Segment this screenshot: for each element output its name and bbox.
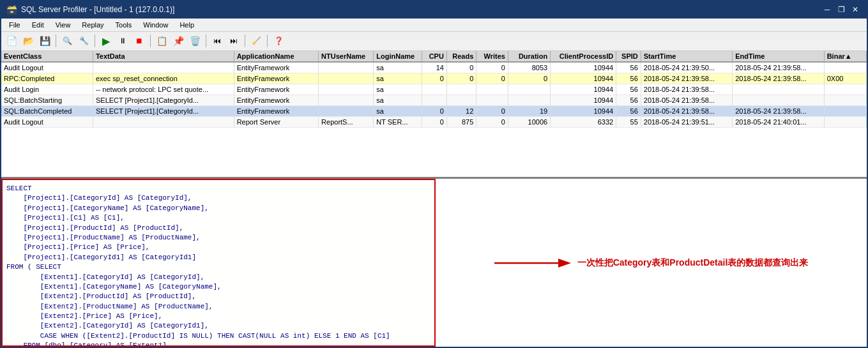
col-header-clientpid[interactable]: ClientProcessID: [551, 51, 616, 62]
table-cell: 2018-05-24 21:39:58...: [641, 95, 732, 106]
sql-text-pane[interactable]: SELECT [Project1].[CategoryId] AS [Categ…: [1, 179, 436, 347]
arrow-icon: [494, 253, 571, 273]
menu-replay[interactable]: Replay: [77, 20, 109, 30]
separator-3: [150, 34, 151, 47]
annotation-text: 一次性把Category表和ProductDetail表的数据都查询出来: [577, 257, 809, 269]
delete-button[interactable]: 🗑️: [187, 33, 202, 49]
save-button[interactable]: 💾: [37, 33, 52, 49]
table-row[interactable]: SQL:BatchCompletedSELECT [Project1].[Cat…: [1, 106, 867, 117]
table-cell: [824, 95, 866, 106]
stop-button[interactable]: ⏹: [132, 33, 147, 49]
menu-bar: File Edit View Replay Tools Window Help: [1, 19, 867, 32]
close-button[interactable]: ✕: [849, 4, 862, 15]
table-cell: ReportS...: [319, 117, 374, 128]
table-cell: Audit Logout: [1, 62, 93, 73]
table-cell: SQL:BatchCompleted: [1, 106, 93, 117]
title-bar-controls[interactable]: ─ ❐ ✕: [821, 4, 862, 15]
col-header-starttime[interactable]: StartTime: [641, 51, 732, 62]
menu-edit[interactable]: Edit: [27, 20, 49, 30]
table-cell: EntityFramework: [234, 73, 318, 84]
table-cell: EntityFramework: [234, 106, 318, 117]
table-cell: [319, 84, 374, 95]
table-cell: 55: [616, 117, 641, 128]
table-cell: [824, 84, 866, 95]
table-cell: 0: [476, 117, 508, 128]
table-cell: [446, 84, 476, 95]
col-header-reads[interactable]: Reads: [446, 51, 476, 62]
trace-table-container[interactable]: EventClass TextData ApplicationName NTUs…: [1, 51, 867, 179]
table-cell: [93, 117, 234, 128]
table-row[interactable]: SQL:BatchStartingSELECT [Project1].[Cate…: [1, 95, 867, 106]
table-cell: exec sp_reset_connection: [93, 73, 234, 84]
table-cell: [824, 62, 866, 73]
table-cell: [476, 84, 508, 95]
separator-4: [206, 34, 206, 47]
next-button[interactable]: ⏭: [226, 33, 241, 49]
annotation-area: 一次性把Category表和ProductDetail表的数据都查询出来: [436, 179, 867, 347]
col-header-eventclass[interactable]: EventClass: [1, 51, 93, 62]
menu-view[interactable]: View: [50, 20, 76, 30]
table-cell: 12: [446, 106, 476, 117]
table-cell: 19: [508, 106, 550, 117]
table-row[interactable]: Audit LogoutReport ServerReportS...NT SE…: [1, 117, 867, 128]
minimize-button[interactable]: ─: [821, 4, 834, 15]
col-header-binary[interactable]: Binar▲: [824, 51, 866, 62]
table-cell: Audit Login: [1, 84, 93, 95]
table-cell: [508, 95, 550, 106]
table-cell: 2018-05-24 21:39:51...: [641, 117, 732, 128]
table-cell: 0: [422, 117, 447, 128]
help-button[interactable]: ❓: [271, 33, 286, 49]
table-cell: 0: [476, 62, 508, 73]
col-header-endtime[interactable]: EndTime: [733, 51, 824, 62]
clear-button[interactable]: 🧹: [248, 33, 264, 49]
table-cell: -- network protocol: LPC set quote...: [93, 84, 234, 95]
table-cell: 0: [508, 73, 550, 84]
table-cell: EntityFramework: [234, 95, 318, 106]
table-cell: 10944: [551, 73, 616, 84]
table-cell: 2018-05-24 21:39:58...: [641, 73, 732, 84]
paste-button[interactable]: 📌: [171, 33, 186, 49]
table-row[interactable]: Audit Login-- network protocol: LPC set …: [1, 84, 867, 95]
play-button[interactable]: ▶: [98, 33, 114, 49]
table-row[interactable]: RPC:Completedexec sp_reset_connectionEnt…: [1, 73, 867, 84]
table-cell: 10944: [551, 62, 616, 73]
table-cell: 10944: [551, 84, 616, 95]
table-row[interactable]: Audit LogoutEntityFrameworksa14008053109…: [1, 62, 867, 73]
table-cell: 8053: [508, 62, 550, 73]
col-header-ntuser[interactable]: NTUserName: [319, 51, 374, 62]
table-cell: SELECT [Project1].[CategoryId...: [93, 106, 234, 117]
pause-button[interactable]: ⏸: [115, 33, 130, 49]
table-cell: 56: [616, 62, 641, 73]
col-header-duration[interactable]: Duration: [508, 51, 550, 62]
table-cell: [93, 62, 234, 73]
open-button[interactable]: 📂: [20, 33, 36, 49]
new-button[interactable]: 📄: [4, 33, 19, 49]
properties-button[interactable]: 🔧: [76, 33, 91, 49]
app-icon: 🗃️: [6, 4, 17, 15]
col-header-appname[interactable]: ApplicationName: [234, 51, 318, 62]
menu-file[interactable]: File: [4, 20, 26, 30]
table-cell: 2018-05-24 21:39:58...: [733, 73, 824, 84]
prev-button[interactable]: ⏮: [209, 33, 225, 49]
menu-window[interactable]: Window: [138, 20, 173, 30]
table-scroll[interactable]: EventClass TextData ApplicationName NTUs…: [1, 51, 867, 128]
table-cell: 2018-05-24 21:39:58...: [733, 62, 824, 73]
filter-button[interactable]: 🔍: [59, 33, 75, 49]
table-cell: [319, 106, 374, 117]
menu-tools[interactable]: Tools: [110, 20, 137, 30]
menu-help[interactable]: Help: [174, 20, 199, 30]
col-header-loginname[interactable]: LoginName: [374, 51, 422, 62]
copy-button[interactable]: 📋: [154, 33, 169, 49]
table-cell: 0: [476, 73, 508, 84]
col-header-textdata[interactable]: TextData: [93, 51, 234, 62]
table-cell: 0: [446, 73, 476, 84]
table-cell: 56: [616, 95, 641, 106]
table-cell: 10944: [551, 95, 616, 106]
table-cell: 10006: [508, 117, 550, 128]
restore-button[interactable]: ❐: [835, 4, 848, 15]
col-header-cpu[interactable]: CPU: [422, 51, 447, 62]
title-bar: 🗃️ SQL Server Profiler - [Untitled - 1 (…: [1, 1, 867, 19]
col-header-spid[interactable]: SPID: [616, 51, 641, 62]
bottom-pane: SELECT [Project1].[CategoryId] AS [Categ…: [1, 179, 867, 347]
col-header-writes[interactable]: Writes: [476, 51, 508, 62]
